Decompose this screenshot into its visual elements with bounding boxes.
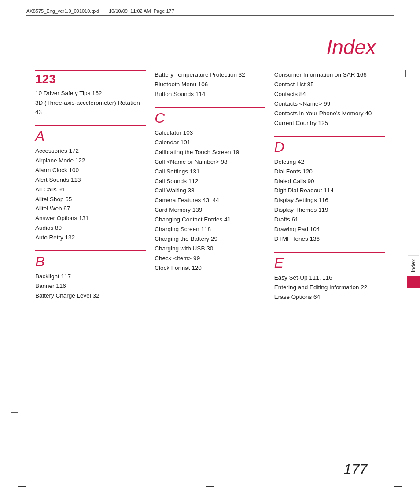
- entry-camera-features: Camera Features 43, 44: [155, 196, 265, 205]
- page-header: AX8575_Eng_ver1.0_091010.qxd 10/10/09 11…: [26, 8, 394, 16]
- section-header-d: [274, 136, 385, 137]
- content-area: 123 10 Driver Safety Tips 162 3D (Three-…: [35, 70, 385, 302]
- entry-10-driver: 10 Driver Safety Tips 162: [35, 89, 146, 98]
- section-label-e: E: [274, 255, 385, 271]
- entry-consumer-info: Consumer Information on SAR 166: [274, 70, 385, 80]
- section-header-b: [35, 250, 146, 251]
- reg-mark-footer-left: [18, 482, 26, 491]
- entry-display-themes: Display Themes 119: [274, 206, 385, 215]
- entry-alarm-clock: Alarm Clock 100: [35, 166, 146, 175]
- page-number: 177: [344, 461, 367, 478]
- entry-display-settings: Display Settings 116: [274, 196, 385, 205]
- entry-contacts-memory: Contacts in Your Phone's Memory 40: [274, 109, 385, 118]
- entry-dtmf-tones: DTMF Tones 136: [274, 235, 385, 244]
- reg-mark-footer-right: [394, 482, 402, 491]
- entry-alert-sounds: Alert Sounds 113: [35, 176, 146, 185]
- header-filename: AX8575_Eng_ver1.0_091010.qxd: [26, 8, 99, 14]
- entry-audios: Audios 80: [35, 224, 146, 233]
- entry-calibrating: Calibrating the Touch Screen 19: [155, 148, 265, 157]
- entry-answer-options: Answer Options 131: [35, 214, 146, 223]
- entry-dialed-calls: Dialed Calls 90: [274, 177, 385, 186]
- entry-button-sounds: Button Sounds 114: [155, 90, 265, 99]
- entry-dial-fonts: Dial Fonts 120: [274, 167, 385, 177]
- entry-changing-contact: Changing Contact Entries 41: [155, 215, 265, 224]
- entry-contacts-name: Contacts <Name> 99: [274, 99, 385, 109]
- margin-mark-right-top: [402, 70, 409, 77]
- entry-call-name-number: Call <Name or Number> 98: [155, 158, 265, 167]
- entry-accessories: Accessories 172: [35, 147, 146, 156]
- margin-mark-left-top: [11, 70, 18, 77]
- entry-call-settings: Call Settings 131: [155, 167, 265, 177]
- header-time: 11:02 AM: [130, 8, 151, 14]
- entry-battery-charge: Battery Charge Level 32: [35, 291, 146, 301]
- section-123: 123: [35, 70, 146, 86]
- entry-clock-format: Clock Format 120: [155, 264, 265, 273]
- entry-charging-battery: Charging the Battery 29: [155, 235, 265, 244]
- entry-erase-options: Erase Options 64: [274, 293, 385, 302]
- entry-airplane-mode: Airplane Mode 122: [35, 156, 146, 166]
- column-3: Consumer Information on SAR 166 Contact …: [274, 70, 385, 302]
- entry-alltel-web: Alltel Web 67: [35, 204, 146, 213]
- page-title: Index: [326, 35, 376, 59]
- section-header-a: [35, 125, 146, 126]
- side-tab: Index: [407, 255, 420, 288]
- entry-calculator: Calculator 103: [155, 129, 265, 138]
- column-2: Battery Temperature Protection 32 Blueto…: [155, 70, 274, 302]
- entry-call-sounds: Call Sounds 112: [155, 177, 265, 186]
- section-header-c: [155, 107, 265, 108]
- entry-alltel-shop: Alltel Shop 65: [35, 195, 146, 204]
- entry-charging-screen: Charging Screen 118: [155, 225, 265, 234]
- entry-entering-editing: Entering and Editing Information 22: [274, 283, 385, 292]
- entry-contacts: Contacts 84: [274, 90, 385, 99]
- header-page: Page 177: [154, 8, 174, 14]
- entry-contact-list: Contact List 85: [274, 80, 385, 89]
- entry-battery-temp: Battery Temperature Protection 32: [155, 70, 265, 80]
- footer-marks: [0, 482, 420, 491]
- column-1: 123 10 Driver Safety Tips 162 3D (Three-…: [35, 70, 155, 302]
- entry-check-item: Check <Item> 99: [155, 254, 265, 263]
- entry-all-calls: All Calls 91: [35, 185, 146, 195]
- entry-current-country: Current Country 125: [274, 119, 385, 128]
- section-label-b: B: [35, 254, 146, 269]
- entry-deleting: Deleting 42: [274, 158, 385, 167]
- section-header-e: [274, 252, 385, 253]
- entry-call-waiting: Call Waiting 38: [155, 186, 265, 195]
- reg-mark-footer-center: [206, 482, 214, 491]
- header-date: 10/10/09: [109, 8, 128, 14]
- entry-bluetooth-menu: Bluetooth Menu 106: [155, 80, 265, 89]
- entry-charging-usb: Charging with USB 30: [155, 244, 265, 254]
- section-label-d: D: [274, 140, 385, 155]
- entry-backlight: Backlight 117: [35, 272, 146, 281]
- section-label-a: A: [35, 129, 146, 144]
- entry-card-memory: Card Memory 139: [155, 206, 265, 215]
- side-tab-bar: [407, 276, 420, 288]
- entry-digit-dial: Digit Dial Readout 114: [274, 186, 385, 195]
- entry-drafts: Drafts 61: [274, 215, 385, 224]
- entry-easy-setup: Easy Set-Up 111, 116: [274, 273, 385, 283]
- section-label-c: C: [155, 110, 265, 126]
- entry-auto-retry: Auto Retry 132: [35, 233, 146, 243]
- side-tab-label: Index: [408, 255, 419, 276]
- entry-banner: Banner 116: [35, 282, 146, 291]
- margin-mark-left-bottom: [11, 409, 18, 416]
- entry-calendar: Calendar 101: [155, 138, 265, 147]
- entry-drawing-pad: Drawing Pad 104: [274, 225, 385, 234]
- entry-3d: 3D (Three-axis-accelerometer) Rotation 4…: [35, 99, 146, 117]
- registration-mark-header: [101, 8, 107, 14]
